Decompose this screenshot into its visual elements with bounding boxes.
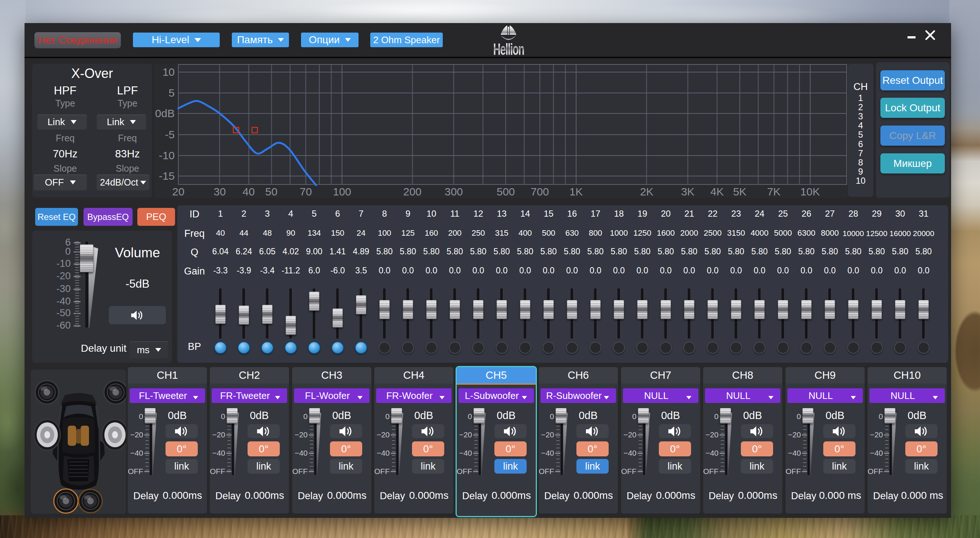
svg-text:2K: 2K bbox=[640, 186, 654, 198]
svg-text:200: 200 bbox=[403, 186, 422, 198]
svg-text:5K: 5K bbox=[733, 186, 747, 198]
svg-text:-5: -5 bbox=[165, 129, 175, 141]
svg-text:-10: -10 bbox=[159, 149, 175, 161]
svg-text:30: 30 bbox=[213, 186, 226, 198]
svg-text:-15: -15 bbox=[159, 170, 175, 182]
svg-text:4K: 4K bbox=[711, 186, 724, 198]
svg-text:40: 40 bbox=[242, 186, 255, 198]
svg-text:70: 70 bbox=[299, 186, 312, 198]
svg-text:0dB: 0dB bbox=[155, 107, 175, 119]
svg-text:10K: 10K bbox=[800, 186, 819, 198]
svg-text:20: 20 bbox=[172, 186, 184, 198]
svg-text:50: 50 bbox=[265, 186, 277, 198]
svg-text:7K: 7K bbox=[767, 186, 781, 198]
svg-text:700: 700 bbox=[531, 186, 549, 198]
svg-text:300: 300 bbox=[445, 186, 463, 198]
svg-text:1K: 1K bbox=[570, 186, 583, 198]
svg-text:3K: 3K bbox=[681, 186, 695, 198]
svg-text:100: 100 bbox=[333, 186, 351, 198]
svg-text:10: 10 bbox=[162, 66, 175, 78]
svg-text:500: 500 bbox=[496, 186, 515, 198]
svg-text:5: 5 bbox=[169, 87, 175, 99]
